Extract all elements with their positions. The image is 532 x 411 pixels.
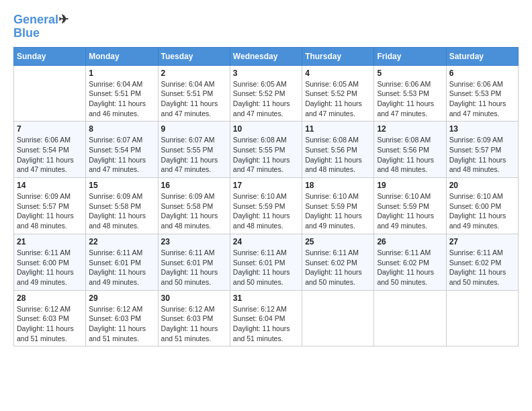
calendar-cell: 11Sunrise: 6:08 AMSunset: 5:56 PMDayligh… [302,122,374,178]
day-info: Sunrise: 6:10 AMSunset: 5:59 PMDaylight:… [377,191,443,231]
day-info: Sunrise: 6:10 AMSunset: 6:00 PMDaylight:… [449,191,515,231]
day-number: 31 [233,293,299,303]
day-number: 16 [161,181,227,190]
day-number: 27 [449,237,515,246]
calendar-cell: 4Sunrise: 6:05 AMSunset: 5:52 PMDaylight… [302,65,374,122]
day-info: Sunrise: 6:08 AMSunset: 5:56 PMDaylight:… [377,135,443,175]
day-number: 26 [377,237,443,246]
day-number: 23 [161,237,227,246]
calendar-cell: 10Sunrise: 6:08 AMSunset: 5:55 PMDayligh… [230,122,302,178]
day-info: Sunrise: 6:11 AMSunset: 6:02 PMDaylight:… [377,248,443,287]
calendar-cell [374,290,446,347]
calendar-cell [302,290,374,347]
day-number: 14 [17,181,83,190]
calendar-cell: 1Sunrise: 6:04 AMSunset: 5:51 PMDaylight… [86,65,158,122]
day-info: Sunrise: 6:07 AMSunset: 5:55 PMDaylight:… [161,135,227,175]
day-number: 22 [89,237,154,246]
day-info: Sunrise: 6:09 AMSunset: 5:58 PMDaylight:… [89,191,154,231]
day-info: Sunrise: 6:06 AMSunset: 5:54 PMDaylight:… [17,135,83,175]
day-number: 29 [89,293,154,303]
weekday-header-wednesday: Wednesday [230,47,302,65]
day-number: 6 [449,68,515,78]
page-header: General✈Blue [13,13,519,40]
day-number: 8 [89,124,154,134]
calendar-cell: 19Sunrise: 6:10 AMSunset: 5:59 PMDayligh… [374,178,446,234]
day-info: Sunrise: 6:06 AMSunset: 5:53 PMDaylight:… [449,79,515,119]
day-info: Sunrise: 6:12 AMSunset: 6:03 PMDaylight:… [161,304,227,344]
calendar-cell: 21Sunrise: 6:11 AMSunset: 6:00 PMDayligh… [14,234,86,290]
calendar-week-2: 7Sunrise: 6:06 AMSunset: 5:54 PMDaylight… [14,122,519,178]
calendar-cell: 23Sunrise: 6:11 AMSunset: 6:01 PMDayligh… [158,234,230,290]
day-number: 1 [89,68,154,78]
day-number: 7 [17,124,83,134]
calendar-cell: 7Sunrise: 6:06 AMSunset: 5:54 PMDaylight… [14,122,86,178]
day-number: 17 [233,181,299,190]
day-number: 9 [161,124,227,134]
calendar-cell: 29Sunrise: 6:12 AMSunset: 6:03 PMDayligh… [86,290,158,347]
calendar-week-5: 28Sunrise: 6:12 AMSunset: 6:03 PMDayligh… [14,290,519,347]
day-number: 15 [89,181,154,190]
logo: General✈Blue [13,13,69,40]
day-number: 24 [233,237,299,246]
calendar-week-4: 21Sunrise: 6:11 AMSunset: 6:00 PMDayligh… [14,234,519,290]
day-info: Sunrise: 6:04 AMSunset: 5:51 PMDaylight:… [161,79,227,119]
calendar-cell: 30Sunrise: 6:12 AMSunset: 6:03 PMDayligh… [158,290,230,347]
logo-text: General✈Blue [13,13,69,40]
day-info: Sunrise: 6:11 AMSunset: 6:01 PMDaylight:… [161,248,227,287]
day-number: 25 [305,237,371,246]
day-info: Sunrise: 6:11 AMSunset: 6:01 PMDaylight:… [89,248,154,287]
day-info: Sunrise: 6:11 AMSunset: 6:01 PMDaylight:… [233,248,299,287]
weekday-header-monday: Monday [86,47,158,65]
day-number: 11 [305,124,371,134]
day-info: Sunrise: 6:11 AMSunset: 6:00 PMDaylight:… [17,248,83,287]
calendar-cell: 26Sunrise: 6:11 AMSunset: 6:02 PMDayligh… [374,234,446,290]
calendar-cell: 27Sunrise: 6:11 AMSunset: 6:02 PMDayligh… [446,234,518,290]
weekday-header-saturday: Saturday [446,47,518,65]
calendar-cell [14,65,86,122]
day-info: Sunrise: 6:05 AMSunset: 5:52 PMDaylight:… [233,79,299,119]
calendar-cell: 12Sunrise: 6:08 AMSunset: 5:56 PMDayligh… [374,122,446,178]
day-info: Sunrise: 6:06 AMSunset: 5:53 PMDaylight:… [377,79,443,119]
calendar-cell: 22Sunrise: 6:11 AMSunset: 6:01 PMDayligh… [86,234,158,290]
day-number: 2 [161,68,227,78]
day-info: Sunrise: 6:12 AMSunset: 6:04 PMDaylight:… [233,304,299,344]
day-info: Sunrise: 6:09 AMSunset: 5:57 PMDaylight:… [449,135,515,175]
day-info: Sunrise: 6:09 AMSunset: 5:57 PMDaylight:… [17,191,83,231]
day-number: 28 [17,293,83,303]
calendar-cell: 2Sunrise: 6:04 AMSunset: 5:51 PMDaylight… [158,65,230,122]
weekday-header-friday: Friday [374,47,446,65]
calendar-cell: 18Sunrise: 6:10 AMSunset: 5:59 PMDayligh… [302,178,374,234]
day-info: Sunrise: 6:04 AMSunset: 5:51 PMDaylight:… [89,79,154,119]
day-number: 21 [17,237,83,246]
day-info: Sunrise: 6:10 AMSunset: 5:59 PMDaylight:… [305,191,371,231]
calendar-cell: 6Sunrise: 6:06 AMSunset: 5:53 PMDaylight… [446,65,518,122]
calendar-cell: 31Sunrise: 6:12 AMSunset: 6:04 PMDayligh… [230,290,302,347]
day-number: 30 [161,293,227,303]
day-number: 20 [449,181,515,190]
weekday-header-thursday: Thursday [302,47,374,65]
day-number: 10 [233,124,299,134]
calendar-cell: 24Sunrise: 6:11 AMSunset: 6:01 PMDayligh… [230,234,302,290]
day-info: Sunrise: 6:08 AMSunset: 5:56 PMDaylight:… [305,135,371,175]
calendar-cell: 5Sunrise: 6:06 AMSunset: 5:53 PMDaylight… [374,65,446,122]
calendar-cell [446,290,518,347]
weekday-header-sunday: Sunday [14,47,86,65]
day-info: Sunrise: 6:07 AMSunset: 5:54 PMDaylight:… [89,135,154,175]
day-info: Sunrise: 6:12 AMSunset: 6:03 PMDaylight:… [89,304,154,344]
day-info: Sunrise: 6:12 AMSunset: 6:03 PMDaylight:… [17,304,83,344]
day-number: 13 [449,124,515,134]
calendar-cell: 20Sunrise: 6:10 AMSunset: 6:00 PMDayligh… [446,178,518,234]
calendar-cell: 15Sunrise: 6:09 AMSunset: 5:58 PMDayligh… [86,178,158,234]
calendar-week-3: 14Sunrise: 6:09 AMSunset: 5:57 PMDayligh… [14,178,519,234]
day-info: Sunrise: 6:11 AMSunset: 6:02 PMDaylight:… [449,248,515,287]
day-number: 19 [377,181,443,190]
calendar-week-1: 1Sunrise: 6:04 AMSunset: 5:51 PMDaylight… [14,65,519,122]
calendar-cell: 14Sunrise: 6:09 AMSunset: 5:57 PMDayligh… [14,178,86,234]
weekday-header-tuesday: Tuesday [158,47,230,65]
calendar-cell: 28Sunrise: 6:12 AMSunset: 6:03 PMDayligh… [14,290,86,347]
day-info: Sunrise: 6:08 AMSunset: 5:55 PMDaylight:… [233,135,299,175]
day-info: Sunrise: 6:10 AMSunset: 5:59 PMDaylight:… [233,191,299,231]
calendar-cell: 25Sunrise: 6:11 AMSunset: 6:02 PMDayligh… [302,234,374,290]
day-info: Sunrise: 6:05 AMSunset: 5:52 PMDaylight:… [305,79,371,119]
day-info: Sunrise: 6:09 AMSunset: 5:58 PMDaylight:… [161,191,227,231]
